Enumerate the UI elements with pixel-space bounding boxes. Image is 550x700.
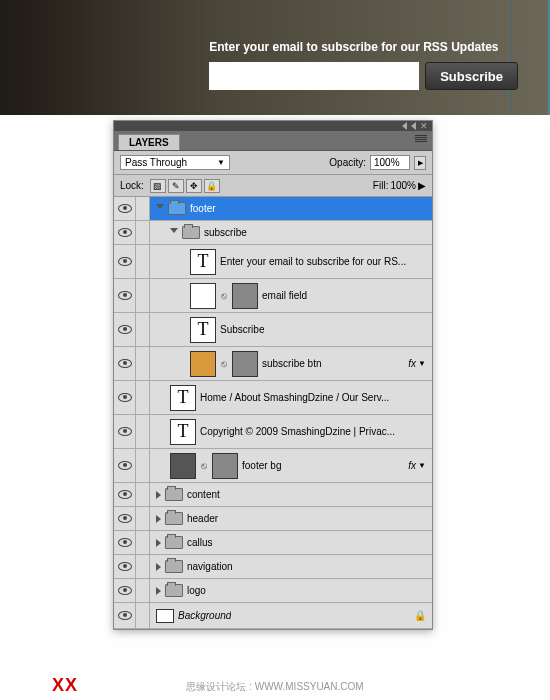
link-cell <box>136 449 150 482</box>
visibility-toggle[interactable] <box>114 347 136 380</box>
type-thumb: T <box>170 385 196 411</box>
disclosure-icon[interactable] <box>156 563 161 571</box>
link-cell <box>136 197 150 220</box>
layer-thumb <box>190 283 216 309</box>
disclosure-icon[interactable] <box>156 515 161 523</box>
panel-topbar: ✕ <box>114 121 432 131</box>
layer-email-field[interactable]: ⎋ email field <box>114 279 432 313</box>
layer-text-nav[interactable]: T Home / About SmashingDzine / Our Serv.… <box>114 381 432 415</box>
opacity-label: Opacity: <box>329 157 366 168</box>
layer-background[interactable]: Background 🔒 <box>114 603 432 629</box>
close-icon[interactable]: ✕ <box>420 122 428 131</box>
layer-footer-bg[interactable]: ⎋ footer bg fx▼ <box>114 449 432 483</box>
folder-icon <box>168 202 186 215</box>
lock-all-icon[interactable]: 🔒 <box>204 179 220 193</box>
chevron-down-icon: ▼ <box>217 158 225 167</box>
eye-icon <box>118 427 132 436</box>
link-cell <box>136 347 150 380</box>
layer-thumb <box>190 351 216 377</box>
disclosure-icon[interactable] <box>156 491 161 499</box>
visibility-toggle[interactable] <box>114 483 136 506</box>
lock-pixels-icon[interactable]: ✎ <box>168 179 184 193</box>
visibility-toggle[interactable] <box>114 221 136 244</box>
blend-mode-select[interactable]: Pass Through ▼ <box>120 155 230 170</box>
layer-name: navigation <box>187 561 233 572</box>
layers-panel: ✕ LAYERS Pass Through ▼ Opacity: 100% ▶ … <box>113 120 433 630</box>
eye-icon <box>118 514 132 523</box>
layer-group-content[interactable]: content <box>114 483 432 507</box>
fx-indicator[interactable]: fx▼ <box>408 460 426 471</box>
rss-banner: Enter your email to subscribe for our RS… <box>0 0 550 115</box>
disclosure-icon[interactable] <box>156 587 161 595</box>
eye-icon <box>118 562 132 571</box>
eye-icon <box>118 228 132 237</box>
link-cell <box>136 531 150 554</box>
subscribe-button[interactable]: Subscribe <box>425 62 518 90</box>
eye-icon <box>118 257 132 266</box>
layer-name: content <box>187 489 220 500</box>
visibility-toggle[interactable] <box>114 603 136 628</box>
opacity-input[interactable]: 100% <box>370 155 410 170</box>
type-thumb: T <box>170 419 196 445</box>
layer-name: footer <box>190 203 216 214</box>
layer-group-logo[interactable]: logo <box>114 579 432 603</box>
layer-name: Background <box>178 610 231 621</box>
disclosure-icon[interactable] <box>156 204 164 213</box>
visibility-toggle[interactable] <box>114 197 136 220</box>
opacity-flyout-icon[interactable]: ▶ <box>414 156 426 170</box>
tab-layers[interactable]: LAYERS <box>118 134 180 150</box>
layer-group-subscribe[interactable]: subscribe <box>114 221 432 245</box>
folder-icon <box>165 584 183 597</box>
type-thumb: T <box>190 317 216 343</box>
collapse-icon-2[interactable] <box>411 122 416 130</box>
visibility-toggle[interactable] <box>114 279 136 312</box>
visibility-toggle[interactable] <box>114 381 136 414</box>
credit-text: 思缘设计论坛 : WWW.MISSYUAN.COM <box>0 680 550 694</box>
layer-group-header[interactable]: header <box>114 507 432 531</box>
disclosure-icon[interactable] <box>156 539 161 547</box>
visibility-toggle[interactable] <box>114 449 136 482</box>
visibility-toggle[interactable] <box>114 531 136 554</box>
eye-icon <box>118 291 132 300</box>
visibility-toggle[interactable] <box>114 313 136 346</box>
link-cell <box>136 555 150 578</box>
collapse-icon[interactable] <box>402 122 407 130</box>
disclosure-icon[interactable] <box>170 228 178 237</box>
blend-mode-value: Pass Through <box>125 157 187 168</box>
blend-opacity-row: Pass Through ▼ Opacity: 100% ▶ <box>114 151 432 175</box>
fill-flyout-icon[interactable]: ▶ <box>418 180 426 191</box>
link-icon: ⎋ <box>220 358 228 369</box>
lock-position-icon[interactable]: ✥ <box>186 179 202 193</box>
email-input[interactable] <box>209 62 419 90</box>
link-cell <box>136 313 150 346</box>
link-cell <box>136 381 150 414</box>
fill-input[interactable]: 100% <box>390 180 416 191</box>
layer-group-callus[interactable]: callus <box>114 531 432 555</box>
eye-icon <box>118 461 132 470</box>
visibility-toggle[interactable] <box>114 507 136 530</box>
visibility-toggle[interactable] <box>114 555 136 578</box>
panel-menu-icon[interactable] <box>415 135 427 145</box>
folder-icon <box>165 536 183 549</box>
link-cell <box>136 245 150 278</box>
layer-group-footer[interactable]: footer <box>114 197 432 221</box>
layer-thumb <box>170 453 196 479</box>
fill-label: Fill: <box>373 180 389 191</box>
visibility-toggle[interactable] <box>114 245 136 278</box>
layer-group-navigation[interactable]: navigation <box>114 555 432 579</box>
mask-thumb <box>232 283 258 309</box>
layer-name: Enter your email to subscribe for our RS… <box>220 256 406 267</box>
layer-text-enter-email[interactable]: T Enter your email to subscribe for our … <box>114 245 432 279</box>
fx-indicator[interactable]: fx▼ <box>408 358 426 369</box>
layer-text-copyright[interactable]: T Copyright © 2009 SmashingDzine | Priva… <box>114 415 432 449</box>
layer-text-subscribe[interactable]: T Subscribe <box>114 313 432 347</box>
link-cell <box>136 483 150 506</box>
layer-subscribe-btn[interactable]: ⎋ subscribe btn fx▼ <box>114 347 432 381</box>
folder-icon <box>165 560 183 573</box>
link-cell <box>136 415 150 448</box>
visibility-toggle[interactable] <box>114 579 136 602</box>
visibility-toggle[interactable] <box>114 415 136 448</box>
folder-icon <box>165 488 183 501</box>
lock-fill-row: Lock: ▧ ✎ ✥ 🔒 Fill: 100% ▶ <box>114 175 432 197</box>
lock-transparency-icon[interactable]: ▧ <box>150 179 166 193</box>
